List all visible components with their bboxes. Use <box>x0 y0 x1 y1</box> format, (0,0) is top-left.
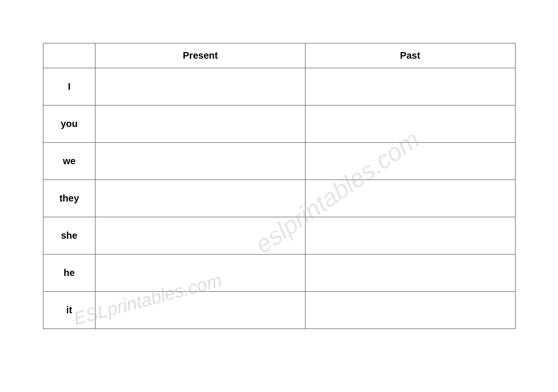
present-cell <box>95 106 305 143</box>
header-past: Past <box>305 43 515 68</box>
past-cell <box>305 292 515 329</box>
present-cell <box>95 68 305 106</box>
present-cell <box>95 217 305 254</box>
table-row: she <box>43 217 515 254</box>
table-row: we <box>43 143 515 180</box>
present-cell <box>95 143 305 180</box>
past-cell <box>305 254 515 292</box>
pronoun-cell: they <box>43 180 95 217</box>
header-present: Present <box>95 43 305 68</box>
pronoun-cell: she <box>43 217 95 254</box>
pronoun-cell: he <box>43 254 95 292</box>
pronoun-cell: I <box>43 68 95 106</box>
pronoun-cell: it <box>43 292 95 329</box>
past-cell <box>305 143 515 180</box>
table-row: it <box>43 292 515 329</box>
present-cell <box>95 180 305 217</box>
table-row: you <box>43 106 515 143</box>
past-cell <box>305 217 515 254</box>
present-cell <box>95 292 305 329</box>
table-row: he <box>43 254 515 292</box>
present-cell <box>95 254 305 292</box>
table-row: they <box>43 180 515 217</box>
pronoun-cell: we <box>43 143 95 180</box>
table-wrapper: Present Past Iyouwetheysheheit eslprinta… <box>43 43 516 329</box>
past-cell <box>305 68 515 106</box>
past-cell <box>305 106 515 143</box>
header-pronoun <box>43 43 95 68</box>
table-row: I <box>43 68 515 106</box>
past-cell <box>305 180 515 217</box>
conjugation-table: Present Past Iyouwetheysheheit <box>43 43 516 329</box>
pronoun-cell: you <box>43 106 95 143</box>
